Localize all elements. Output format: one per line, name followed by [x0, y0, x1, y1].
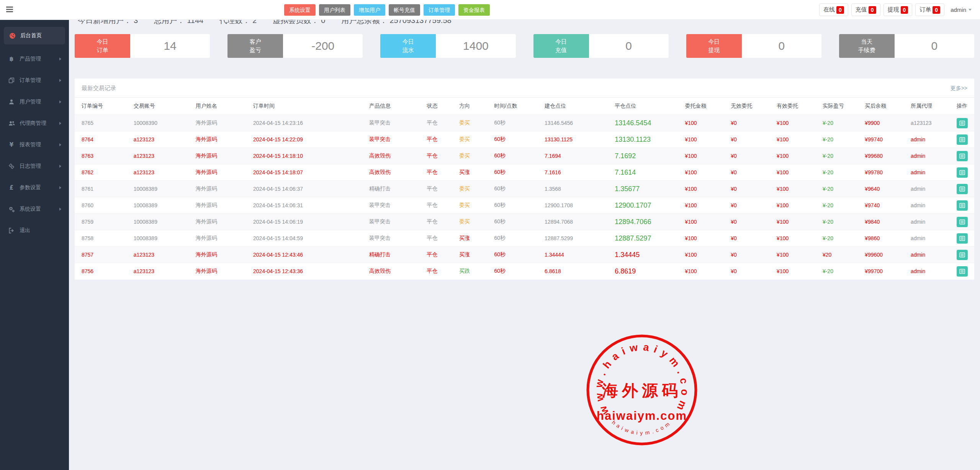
sidebar-item-label: 用户管理	[20, 98, 41, 105]
cell-order-id: 8760	[75, 197, 131, 214]
cell-valid: ¥100	[774, 214, 820, 230]
sidebar-item-agents[interactable]: 代理商管理	[0, 113, 69, 134]
cell-close-point: 12900.1707	[612, 197, 682, 214]
cell-agent: admin	[908, 230, 954, 247]
table-row: 875810008389海外源码2024-04-15 14:04:59装甲突击平…	[75, 230, 974, 247]
cell-product: 精确打击	[366, 181, 424, 197]
order-detail-button[interactable]	[957, 118, 968, 128]
stat-card-label-line: 今日	[97, 38, 108, 46]
order-detail-button[interactable]	[957, 217, 968, 227]
cell-amount: ¥100	[682, 247, 728, 263]
cell-duration: 60秒	[491, 197, 542, 214]
column-header: 所属代理	[908, 98, 954, 115]
cell-balance: ¥99600	[862, 247, 908, 263]
sidebar-item-params[interactable]: £参数设置	[0, 177, 69, 198]
sidebar-item-report[interactable]: ¥报表管理	[0, 134, 69, 156]
cell-account: 10008389	[131, 181, 193, 197]
cell-valid: ¥100	[774, 115, 820, 131]
sidebar-item-settings[interactable]: 系统设置	[0, 198, 69, 220]
quick-action-button[interactable]: 用户列表	[319, 4, 350, 16]
order-detail-button[interactable]	[957, 200, 968, 211]
cell-user-name: 海外源码	[193, 181, 250, 197]
stat-card: 今日流水1400	[380, 34, 515, 58]
latest-trades-panel: 最新交易记录 更多>> 订单编号交易账号用户姓名订单时间产品信息状态方向时间/点…	[75, 79, 974, 280]
cell-profit: ¥-20	[820, 131, 862, 148]
cell-open-point: 1.34444	[542, 247, 612, 263]
cell-balance: ¥99680	[862, 148, 908, 164]
cell-valid: ¥100	[774, 197, 820, 214]
order-detail-button[interactable]	[957, 233, 968, 244]
cell-order-time: 2024-04-15 14:23:16	[250, 115, 366, 131]
cell-direction: 委买	[456, 197, 491, 214]
table-header-row: 订单编号交易账号用户姓名订单时间产品信息状态方向时间/点数建仓点位平仓点位委托金…	[75, 98, 974, 115]
sidebar: 后台首页฿产品管理订单管理用户管理代理商管理¥报表管理日志管理£参数设置系统设置…	[0, 20, 69, 470]
chevron-right-icon	[59, 186, 61, 189]
cell-open-point: 7.1694	[542, 148, 612, 164]
quick-action-button[interactable]: 系统设置	[284, 4, 316, 16]
cell-amount: ¥100	[682, 263, 728, 280]
user-menu[interactable]: admin	[947, 3, 975, 16]
quick-action-button[interactable]: 订单管理	[424, 4, 455, 16]
order-detail-button[interactable]	[957, 134, 968, 145]
order-detail-button[interactable]	[957, 167, 968, 178]
cell-amount: ¥100	[682, 148, 728, 164]
column-header: 订单编号	[75, 98, 131, 115]
cell-invalid: ¥0	[728, 197, 774, 214]
cell-agent: admin	[908, 148, 954, 164]
cell-valid: ¥100	[774, 247, 820, 263]
user-icon	[8, 99, 15, 105]
cell-agent: admin	[908, 214, 954, 230]
cell-valid: ¥100	[774, 263, 820, 280]
order-detail-button[interactable]	[957, 266, 968, 277]
status-badge[interactable]: 提现0	[883, 3, 913, 16]
cell-invalid: ¥0	[728, 115, 774, 131]
sidebar-item-label: 订单管理	[20, 77, 41, 84]
sidebar-item-user[interactable]: 用户管理	[0, 91, 69, 113]
cell-valid: ¥100	[774, 131, 820, 148]
quick-action-button[interactable]: 资金报表	[458, 4, 490, 16]
cell-action	[954, 197, 974, 214]
main-content: 今日新增用户：3总用户：1144代理数：2虚拟会员数：0用户总余额：257093…	[69, 15, 980, 280]
cell-account: a123123	[131, 247, 193, 263]
stat-card-label: 今日流水	[380, 34, 436, 58]
cell-invalid: ¥0	[728, 164, 774, 181]
status-badge[interactable]: 在线0	[819, 3, 848, 16]
status-badge[interactable]: 订单0	[915, 3, 944, 16]
cell-open-point: 13146.5456	[542, 115, 612, 131]
cell-order-id: 8762	[75, 164, 131, 181]
table-row: 8764a123123海外源码2024-04-15 14:22:09装甲突击平仓…	[75, 131, 974, 148]
cell-action	[954, 181, 974, 197]
params-icon: £	[8, 184, 15, 191]
sidebar-item-home[interactable]: 后台首页	[4, 27, 65, 44]
cell-profit: ¥-20	[820, 181, 862, 197]
quick-action-button[interactable]: 增加用户	[354, 4, 385, 16]
orders-icon	[8, 77, 15, 84]
sidebar-item-orders[interactable]: 订单管理	[0, 70, 69, 91]
cell-product: 装甲突击	[366, 115, 424, 131]
order-detail-button[interactable]	[957, 250, 968, 260]
more-link[interactable]: 更多>>	[951, 85, 967, 92]
dashboard-icon	[8, 33, 16, 39]
cell-direction: 买涨	[456, 230, 491, 247]
cell-agent: admin	[908, 181, 954, 197]
sidebar-item-logs[interactable]: 日志管理	[0, 156, 69, 177]
cell-balance: ¥9740	[862, 197, 908, 214]
quick-action-button[interactable]: 帐号充值	[389, 4, 420, 16]
sidebar-item-logout[interactable]: 退出	[0, 220, 69, 241]
order-detail-button[interactable]	[957, 184, 968, 194]
chevron-right-icon	[59, 57, 61, 61]
cell-duration: 60秒	[491, 214, 542, 230]
status-badge[interactable]: 充值0	[851, 3, 880, 16]
table-row: 876110008389海外源码2024-04-15 14:06:37精确打击平…	[75, 181, 974, 197]
sidebar-item-product[interactable]: ฿产品管理	[0, 48, 69, 70]
hamburger-menu-icon[interactable]	[6, 7, 14, 13]
cell-action	[954, 263, 974, 280]
cell-order-time: 2024-04-15 12:43:36	[250, 263, 366, 280]
cell-profit: ¥-20	[820, 164, 862, 181]
panel-header: 最新交易记录 更多>>	[75, 79, 974, 98]
stat-card-label-line: 手续费	[858, 46, 875, 54]
navbar-status: 在线0充值0提现0订单0 admin	[819, 3, 975, 16]
order-detail-button[interactable]	[957, 151, 968, 161]
stat-card-label-line: 当天	[861, 38, 872, 46]
stat-card: 今日充值0	[533, 34, 669, 58]
